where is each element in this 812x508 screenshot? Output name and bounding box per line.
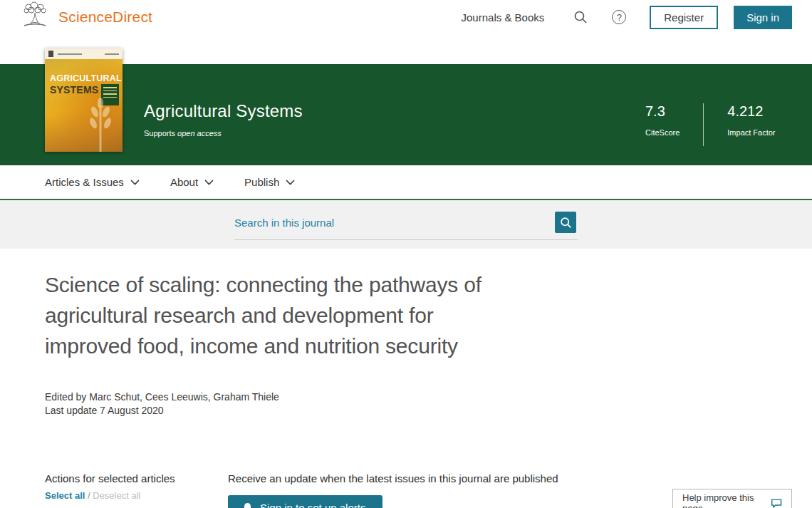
link-separator: / [88, 490, 90, 501]
special-issue-title: Science of scaling: connecting the pathw… [45, 269, 812, 361]
wheat-illustration [83, 96, 118, 152]
search-icon[interactable] [573, 9, 588, 25]
deselect-all-link[interactable]: Deselect all [93, 490, 140, 501]
cover-title-line1: AGRICULTURAL [45, 73, 123, 83]
journal-title: Agricultural Systems [144, 101, 303, 121]
citescore-metric: 7.3 CiteScore [645, 103, 680, 146]
nav-publish-label: Publish [244, 176, 279, 188]
nav-articles-issues-label: Articles & Issues [45, 176, 124, 188]
bell-icon [242, 502, 253, 508]
impact-factor-value: 4.212 [727, 103, 775, 120]
cover-volume-text [58, 53, 82, 55]
global-header: ScienceDirect Journals & Books ? Registe… [0, 0, 812, 34]
register-button[interactable]: Register [650, 6, 718, 29]
select-all-link[interactable]: Select all [45, 490, 85, 501]
chevron-down-icon [286, 180, 295, 185]
impact-factor-metric: 4.212 Impact Factor [727, 103, 775, 146]
help-improve-page-button[interactable]: Help improve this page [672, 489, 792, 508]
nav-articles-issues[interactable]: Articles & Issues [45, 176, 140, 188]
citescore-value: 7.3 [645, 103, 680, 120]
journal-cover-image[interactable]: AGRICULTURAL SYSTEMS [45, 48, 123, 152]
title-line-2: agricultural research and development fo… [45, 300, 812, 331]
edited-by: Edited by Marc Schut, Cees Leeuwis, Grah… [45, 390, 812, 404]
journal-banner: AGRICULTURAL SYSTEMS Agricultural System… [0, 64, 812, 165]
signin-alerts-label: Sign in to set up alerts [260, 502, 365, 508]
nav-about-label: About [170, 176, 198, 188]
journal-metrics: 7.3 CiteScore 4.212 Impact Factor [645, 103, 776, 146]
chevron-down-icon [204, 180, 214, 185]
open-access-label[interactable]: open access [177, 129, 222, 138]
main-content: Science of scaling: connecting the pathw… [0, 269, 812, 508]
impact-factor-label: Impact Factor [727, 128, 775, 137]
speech-bubble-icon [771, 497, 782, 508]
journal-search-section [0, 200, 812, 249]
citescore-label: CiteScore [645, 128, 680, 137]
help-glyph: ? [612, 10, 626, 24]
title-line-3: improved food, income and nutrition secu… [45, 331, 812, 361]
metrics-divider [703, 103, 704, 146]
actions-title: Actions for selected articles [45, 472, 228, 484]
cover-issn-text [105, 53, 119, 55]
supports-prefix: Supports [144, 129, 177, 138]
journal-navbar: Articles & Issues About Publish [0, 165, 812, 200]
help-icon[interactable]: ? [611, 9, 627, 25]
last-update: Last update 7 August 2020 [45, 404, 812, 418]
sciencedirect-wordmark[interactable]: ScienceDirect [58, 9, 152, 26]
nav-publish[interactable]: Publish [244, 176, 295, 188]
cover-masthead [45, 48, 123, 59]
cover-elsevier-mark [48, 51, 53, 57]
journals-books-link[interactable]: Journals & Books [462, 11, 545, 24]
journal-search-input[interactable] [234, 209, 578, 240]
alerts-description: Receive an update when the latest issues… [228, 472, 558, 484]
cover-title-line2: SYSTEMS [50, 84, 98, 95]
supports-open-access: Supports open access [144, 129, 303, 138]
title-line-1: Science of scaling: connecting the pathw… [45, 269, 812, 300]
help-improve-label: Help improve this page [682, 492, 764, 508]
issue-byline: Edited by Marc Schut, Cees Leeuwis, Grah… [45, 390, 812, 418]
nav-about[interactable]: About [170, 176, 214, 188]
journal-search-button[interactable] [555, 212, 576, 233]
chevron-down-icon [130, 180, 140, 185]
signin-alerts-button[interactable]: Sign in to set up alerts [228, 495, 382, 508]
search-icon [560, 217, 572, 229]
signin-button[interactable]: Sign in [734, 6, 792, 29]
elsevier-tree-logo[interactable] [20, 1, 50, 33]
